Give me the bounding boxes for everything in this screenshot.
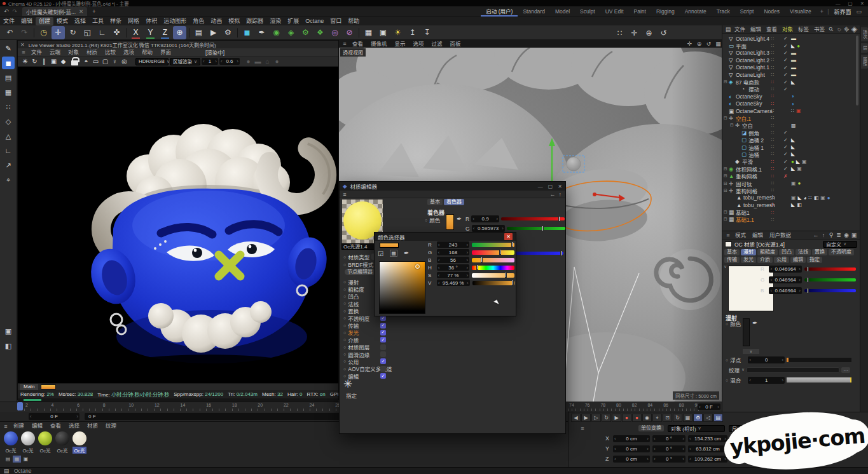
expand-icon[interactable]: ⊟	[724, 166, 729, 172]
polygons-mode-icon[interactable]: △	[2, 130, 15, 142]
object-tag-icon[interactable]: ▣	[802, 159, 807, 165]
object-tag-icon[interactable]: ◣	[791, 151, 795, 157]
material-ball[interactable]	[72, 431, 86, 445]
channel-label[interactable]: 法线	[348, 300, 359, 308]
object-tag-icon[interactable]: ◣	[791, 79, 795, 85]
back-icon[interactable]: ←	[549, 191, 555, 198]
visibility-dots[interactable]	[771, 101, 775, 107]
object-tree-row[interactable]: ▲ tobu_remesh ▣◣◕∷◧▣●	[722, 194, 860, 201]
object-label[interactable]: 固可钛	[736, 180, 752, 187]
om-menu-item[interactable]: 查看	[764, 25, 780, 34]
channel-row[interactable]: ○ AOV自定义多通道 ✓	[343, 365, 417, 372]
visibility-dots[interactable]	[771, 202, 775, 208]
channel-label[interactable]: 不透明度	[348, 315, 369, 322]
object-tree-row[interactable]: ⊟ ✛ 重构网格	[722, 187, 860, 194]
visibility-dots[interactable]	[771, 79, 775, 85]
record-scale-button[interactable]: ⊡	[663, 414, 672, 422]
channel-label[interactable]: 发光	[348, 328, 359, 336]
film-icon[interactable]: ▬	[253, 57, 263, 66]
render-picture-icon[interactable]: ▶	[207, 26, 220, 39]
object-tree-row[interactable]: ⊟ ◈ 87 电商款 ✓ ◣	[722, 78, 860, 85]
hamburger-icon[interactable]: ≡	[579, 424, 586, 432]
material-item[interactable]: Oc光	[21, 431, 35, 454]
material-item[interactable]: Oc光	[38, 431, 52, 454]
toggle-view-icon[interactable]: ▦	[714, 40, 722, 48]
channel-value-field[interactable]: 0.046964	[769, 276, 801, 283]
object-label[interactable]: OctaneLight.1	[736, 64, 769, 71]
object-tag-icon[interactable]: ▬	[791, 72, 796, 78]
axis-y-icon[interactable]: Y	[144, 26, 157, 39]
color-value-swatch[interactable]	[743, 318, 750, 346]
object-tree-row[interactable]: ▣ OctaneCamera ∷▣	[722, 107, 860, 114]
object-tag-icon[interactable]: ◧	[797, 202, 802, 208]
workspace-tab[interactable]: Script	[735, 6, 759, 17]
object-label[interactable]: 油桶 1	[748, 144, 764, 151]
object-tag-icon[interactable]: ●	[791, 159, 794, 165]
r-field[interactable]: 0.9	[471, 215, 499, 222]
position-field[interactable]: 0 cm	[613, 445, 650, 452]
material-editor-tab[interactable]: 基本	[427, 199, 443, 205]
menu-item[interactable]: 编辑	[18, 17, 36, 25]
play-button[interactable]: ▶	[581, 414, 591, 422]
new-layout-button[interactable]: 新界面	[834, 8, 851, 16]
object-tag-icon[interactable]: ∷	[809, 195, 812, 201]
filter-icon[interactable]: ≣	[835, 231, 843, 239]
minimize-button[interactable]: —	[836, 1, 841, 6]
lock-icon[interactable]: ◉	[843, 231, 850, 239]
object-tree-row[interactable]: ▢ 油桶 ✓ ◣	[722, 151, 860, 158]
object-tree-row[interactable]: ◐ OctaneSky ◑	[722, 100, 860, 107]
channel-value-field[interactable]: 0.046964	[769, 287, 801, 294]
object-tree-row[interactable]: ▽ OctaneLight.4 ✓ ▬	[722, 35, 860, 42]
compact-view-icon[interactable]: ▣	[22, 456, 30, 463]
object-tree-row[interactable]: ▭ 平面 ✓ ◣●	[722, 42, 860, 49]
object-tree-row[interactable]: ◔ 摆动 ✓	[722, 86, 860, 93]
axis-z-icon[interactable]: Z	[158, 26, 172, 39]
channel-row[interactable]: ○ 编辑 ✓	[343, 372, 417, 379]
up-icon[interactable]: ↑	[559, 191, 562, 198]
enable-check-icon[interactable]: ✓	[783, 72, 788, 78]
picker-value-field[interactable]: 243	[437, 241, 469, 248]
channel-row[interactable]: ○ 发光 ✓	[343, 329, 417, 336]
visibility-dots[interactable]	[771, 115, 775, 121]
enable-check-icon[interactable]: ✓	[783, 166, 788, 172]
object-tag-icon[interactable]: ◑	[791, 93, 794, 99]
object-tag-icon[interactable]: ◧	[814, 195, 819, 201]
hamburger-icon[interactable]: ≡	[341, 191, 348, 198]
render-settings-icon[interactable]: ⚙	[221, 26, 235, 39]
material-ball[interactable]	[55, 431, 69, 445]
menu-item[interactable]: Octane	[302, 17, 327, 25]
om-menu-item[interactable]: 标签	[796, 25, 811, 34]
object-tag-icon[interactable]: ▬	[791, 50, 796, 56]
hamburger-icon[interactable]: ≡	[2, 423, 10, 430]
object-label[interactable]: 87 电商款	[736, 78, 759, 86]
object-tree-row[interactable]: ◆ 平滑 ✓ ●◣▣	[722, 158, 860, 165]
spline-pen-icon[interactable]: ✒	[255, 26, 268, 39]
viewport-solo-icon[interactable]: ▣	[2, 325, 15, 337]
menu-item[interactable]: 网格	[125, 17, 142, 25]
enable-check-icon[interactable]: ✓	[783, 144, 788, 150]
current-frame-field[interactable]: 0 F	[29, 413, 79, 420]
edges-mode-icon[interactable]: ◇	[2, 115, 15, 128]
lv-menu-item[interactable]: 材质	[83, 48, 101, 57]
render-view[interactable]	[18, 67, 338, 383]
enable-check-icon[interactable]: ✓	[783, 86, 788, 92]
side-tab[interactable]: 场次	[861, 27, 868, 41]
channel-row[interactable]: ○ 介质 ✓	[343, 336, 417, 343]
region-render-icon[interactable]: ▣	[49, 57, 59, 66]
channel-row[interactable]: ○ 圆滑边缘 ✓	[343, 351, 417, 358]
material-item[interactable]: Oc光	[4, 431, 18, 454]
workspace-tab[interactable]: Nodes	[759, 6, 785, 17]
visibility-dots[interactable]	[771, 72, 775, 78]
menu-item[interactable]: 模拟	[225, 17, 243, 25]
picker-value-field[interactable]: 36 °	[437, 264, 469, 271]
picker-slider[interactable]	[472, 250, 514, 255]
object-label[interactable]: 重构网格	[736, 187, 757, 194]
colorspace-dropdown[interactable]: HDR/sRGB	[135, 58, 169, 65]
menu-item[interactable]: 文件	[0, 17, 18, 25]
lv-menu-item[interactable]: 选项	[120, 48, 138, 57]
axis-mode-icon[interactable]: ∟	[2, 144, 15, 157]
points-mode-icon[interactable]: ∷	[2, 100, 15, 113]
close-icon[interactable]: ✕	[558, 184, 562, 189]
object-tag-icon[interactable]: ◕	[804, 195, 807, 201]
channel-label[interactable]: 漫射	[348, 278, 359, 286]
